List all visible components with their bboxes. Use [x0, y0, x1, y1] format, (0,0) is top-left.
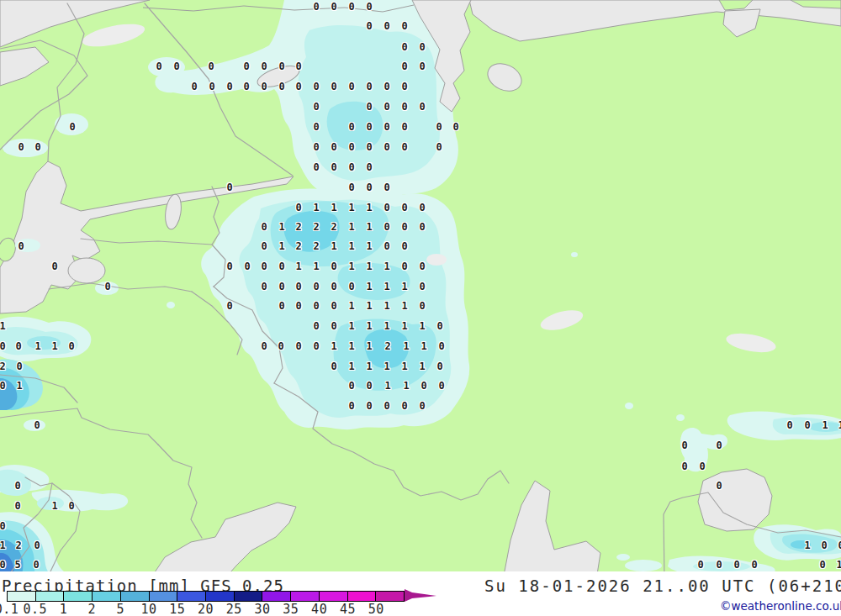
grid-value: 0 [295, 203, 301, 213]
precip-colorbar [7, 591, 405, 602]
grid-value: 1 [51, 341, 57, 351]
caspian-lowland [698, 469, 772, 531]
grid-value: 0 [419, 261, 425, 271]
colorbar-segment [348, 592, 377, 601]
grid-value: 1 [331, 241, 336, 251]
weather-map: 0000000000000000000000000000000000000000… [0, 0, 841, 571]
grid-value: 0 [401, 122, 407, 132]
grid-value: 0 [383, 401, 389, 411]
grid-value: 0 [313, 142, 319, 152]
grid-value: 0 [331, 82, 336, 92]
terrain-patch [538, 307, 584, 334]
grid-value: 0 [401, 82, 407, 92]
grid-value: 1 [403, 381, 409, 391]
colorbar-segment [36, 592, 65, 601]
grid-value: 1 [348, 301, 354, 311]
precip-patch [625, 560, 662, 571]
grid-value: 0 [401, 261, 407, 271]
grid-value: 1 [366, 341, 372, 351]
grid-value: 5 [14, 560, 20, 570]
grid-value: 1 [383, 361, 389, 371]
grid-value: 0 [261, 282, 267, 292]
grid-value: 0 [243, 82, 249, 92]
colorbar-label: 5 [116, 602, 124, 616]
colorbar-label: 1 [60, 602, 68, 616]
grid-value: 0 [331, 301, 336, 311]
grid-value: 0 [261, 222, 267, 232]
grid-value: 0 [383, 102, 389, 112]
grid-value: 0 [419, 42, 425, 52]
grid-value: 0 [244, 261, 250, 271]
grid-value: 1 [822, 420, 828, 430]
grid-value: 0 [313, 301, 319, 311]
grid-value: 0 [419, 301, 425, 311]
grid-value: 0 [348, 401, 354, 411]
grid-value: 1 [278, 222, 284, 232]
colorbar-segment [320, 592, 348, 601]
precip-speck [676, 414, 685, 421]
colorbar-segment [64, 592, 93, 601]
grid-value: 0 [452, 122, 458, 132]
grid-value: 0 [243, 61, 249, 71]
grid-value: 1 [403, 341, 409, 351]
grid-value: 0 [313, 82, 319, 92]
grid-value: 0 [366, 182, 372, 192]
grid-value: 0 [18, 142, 24, 152]
grid-value: 0 [366, 2, 372, 12]
grid-value: 0 [191, 82, 197, 92]
grid-value: 2 [384, 341, 390, 351]
colorbar-segment [291, 592, 320, 601]
grid-value: 1 [401, 282, 407, 292]
grid-value: 0 [331, 282, 336, 292]
grid-value: 0 [419, 203, 425, 213]
colorbar-segment [8, 592, 36, 601]
grid-value: 2 [15, 540, 21, 550]
grid-value: 0 [366, 21, 372, 31]
grid-value: 0 [295, 282, 301, 292]
grid-value: 0 [0, 341, 6, 351]
grid-value: 0 [261, 82, 267, 92]
forecast-datetime: Su 18-01-2026 21..00 UTC (06+210) [484, 577, 841, 595]
colorbar-segment [177, 592, 206, 601]
grid-value: 0 [838, 540, 841, 550]
grid-value: 0 [0, 521, 6, 531]
grid-value: 0 [261, 261, 267, 271]
grid-value: 0 [438, 381, 444, 391]
grid-value: 1 [401, 301, 407, 311]
colorbar-labels: 0.10.5125101520253035404550 [0, 602, 841, 615]
grid-value: 0 [716, 440, 722, 450]
grid-value: 1 [366, 361, 372, 371]
grid-value: 0 [261, 341, 267, 351]
black-sea [150, 503, 296, 571]
grid-value: 0 [786, 420, 792, 430]
grid-value: 2 [313, 241, 319, 251]
colorbar-segment [93, 592, 121, 601]
grid-value: 0 [348, 282, 354, 292]
grid-value: 0 [821, 540, 827, 550]
grid-value: 0 [383, 122, 389, 132]
grid-value: 0 [419, 401, 425, 411]
border-estonia-latvia [81, 239, 212, 245]
grid-value: 2 [313, 222, 319, 232]
grid-value: 0 [0, 560, 6, 570]
grid-value: 1 [0, 540, 6, 550]
grid-value: 1 [313, 261, 319, 271]
colorbar-label: 0.1 [0, 602, 19, 616]
grid-value: 1 [836, 560, 841, 570]
copyright-link[interactable]: ©weatheronline.co.uk [720, 599, 841, 613]
border-belarus-ukraine [0, 408, 158, 445]
grid-value: 0 [348, 122, 354, 132]
grid-value: 0 [383, 241, 389, 251]
grid-value: 0 [366, 122, 372, 132]
colorbar-segment [262, 592, 291, 601]
grid-value: 1 [383, 321, 389, 331]
grid-value: 0 [331, 361, 336, 371]
grid-value: 1 [278, 241, 284, 251]
gulf-of-riga [68, 258, 105, 283]
grid-value: 0 [751, 560, 757, 570]
grid-value: 0 [226, 301, 232, 311]
lake-onega [484, 59, 526, 97]
precip-speck [167, 302, 175, 308]
grid-value: 2 [331, 222, 336, 232]
grid-value: 0 [34, 420, 40, 430]
